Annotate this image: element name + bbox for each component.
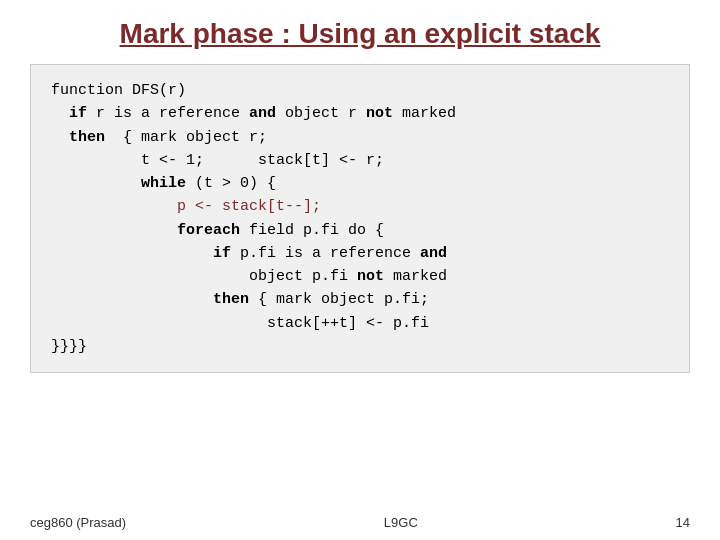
footer-center: L9GC <box>384 515 418 530</box>
code-line-12: }}}} <box>51 335 669 358</box>
code-line-7: foreach field p.fi do { <box>51 219 669 242</box>
keyword-foreach: foreach <box>177 222 240 239</box>
code-text: marked <box>384 268 447 285</box>
code-text: object r <box>276 105 366 122</box>
keyword-then2: then <box>213 291 249 308</box>
code-text: }}}} <box>51 338 87 355</box>
keyword-if2: if <box>213 245 231 262</box>
code-line-8: if p.fi is a reference and <box>51 242 669 265</box>
footer-left: ceg860 (Prasad) <box>30 515 126 530</box>
code-text: r is a reference <box>87 105 249 122</box>
code-line-11: stack[++t] <- p.fi <box>51 312 669 335</box>
code-text: t <- 1; stack[t] <- r; <box>141 152 384 169</box>
code-text: p.fi is a reference <box>231 245 420 262</box>
keyword-not2: not <box>357 268 384 285</box>
keyword-and2: and <box>420 245 447 262</box>
footer-right: 14 <box>676 515 690 530</box>
code-text: { mark object p.fi; <box>249 291 429 308</box>
code-line-4: t <- 1; stack[t] <- r; <box>51 149 669 172</box>
code-line-3: then { mark object r; <box>51 126 669 149</box>
keyword-and: and <box>249 105 276 122</box>
code-text: object p.fi <box>249 268 357 285</box>
keyword-not: not <box>366 105 393 122</box>
keyword-while: while <box>141 175 186 192</box>
code-line-2: if r is a reference and object r not mar… <box>51 102 669 125</box>
code-text: field p.fi do { <box>240 222 384 239</box>
code-text: function DFS(r) <box>51 82 186 99</box>
code-text: (t > 0) { <box>186 175 276 192</box>
slide: Mark phase : Using an explicit stack fun… <box>0 0 720 540</box>
code-text-red: p <- stack[t--]; <box>177 198 321 215</box>
code-line-1: function DFS(r) <box>51 79 669 102</box>
code-box: function DFS(r) if r is a reference and … <box>30 64 690 373</box>
code-line-9: object p.fi not marked <box>51 265 669 288</box>
code-text: marked <box>393 105 456 122</box>
code-line-5: while (t > 0) { <box>51 172 669 195</box>
slide-title: Mark phase : Using an explicit stack <box>30 18 690 50</box>
footer: ceg860 (Prasad) L9GC 14 <box>0 515 720 530</box>
code-text: stack[++t] <- p.fi <box>267 315 429 332</box>
code-text: { mark object r; <box>105 129 267 146</box>
code-line-10: then { mark object p.fi; <box>51 288 669 311</box>
code-line-6: p <- stack[t--]; <box>51 195 669 218</box>
keyword-then: then <box>69 129 105 146</box>
keyword-if: if <box>69 105 87 122</box>
